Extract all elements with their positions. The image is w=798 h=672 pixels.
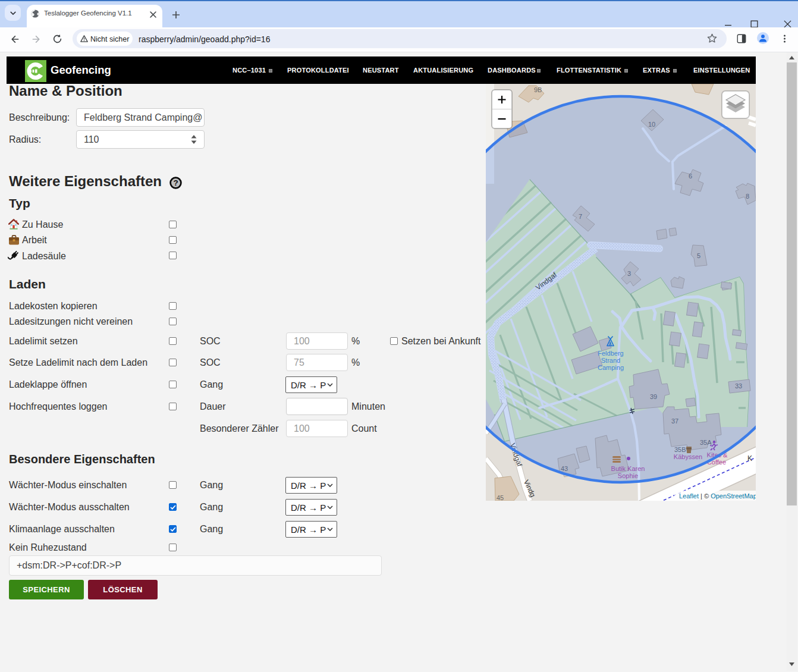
svg-text:?: ?	[173, 178, 178, 187]
svg-text:K: K	[747, 454, 752, 463]
svg-text:45: 45	[497, 494, 504, 501]
svg-text:9B: 9B	[534, 86, 542, 93]
svg-text:Leaflet | © OpenStreetMap: Leaflet | © OpenStreetMap	[679, 492, 756, 500]
